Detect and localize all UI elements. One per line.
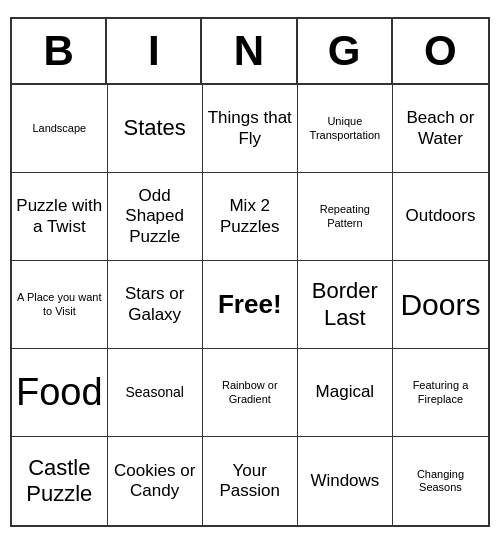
cell-text-23: Windows [310, 471, 379, 491]
cell-text-3: Unique Transportation [302, 115, 388, 141]
bingo-grid: LandscapeStatesThings that FlyUnique Tra… [12, 85, 488, 525]
bingo-cell-24: Changing Seasons [393, 437, 488, 525]
bingo-cell-17: Rainbow or Gradient [203, 349, 298, 437]
cell-text-0: Landscape [32, 122, 86, 135]
cell-text-22: Your Passion [207, 461, 293, 502]
cell-text-15: Food [16, 370, 103, 416]
header-letter-o: O [393, 19, 488, 83]
header-letter-i: I [107, 19, 202, 83]
bingo-cell-11: Stars or Galaxy [108, 261, 203, 349]
cell-text-16: Seasonal [125, 384, 183, 401]
cell-text-5: Puzzle with a Twist [16, 196, 103, 237]
cell-text-9: Outdoors [405, 206, 475, 226]
bingo-card: BINGO LandscapeStatesThings that FlyUniq… [10, 17, 490, 527]
cell-text-1: States [123, 115, 185, 141]
cell-text-12: Free! [218, 289, 282, 320]
bingo-cell-8: Repeating Pattern [298, 173, 393, 261]
bingo-header: BINGO [12, 19, 488, 85]
cell-text-10: A Place you want to Visit [16, 291, 103, 317]
cell-text-14: Doors [400, 287, 480, 323]
cell-text-4: Beach or Water [397, 108, 484, 149]
bingo-cell-10: A Place you want to Visit [12, 261, 108, 349]
bingo-cell-1: States [108, 85, 203, 173]
bingo-cell-23: Windows [298, 437, 393, 525]
cell-text-13: Border Last [302, 278, 388, 331]
bingo-cell-20: Castle Puzzle [12, 437, 108, 525]
bingo-cell-16: Seasonal [108, 349, 203, 437]
header-letter-n: N [202, 19, 297, 83]
bingo-cell-19: Featuring a Fireplace [393, 349, 488, 437]
bingo-cell-3: Unique Transportation [298, 85, 393, 173]
cell-text-19: Featuring a Fireplace [397, 379, 484, 405]
bingo-cell-14: Doors [393, 261, 488, 349]
bingo-cell-22: Your Passion [203, 437, 298, 525]
bingo-cell-21: Cookies or Candy [108, 437, 203, 525]
cell-text-17: Rainbow or Gradient [207, 379, 293, 405]
cell-text-18: Magical [316, 382, 375, 402]
cell-text-2: Things that Fly [207, 108, 293, 149]
bingo-cell-18: Magical [298, 349, 393, 437]
cell-text-8: Repeating Pattern [302, 203, 388, 229]
bingo-cell-6: Odd Shaped Puzzle [108, 173, 203, 261]
bingo-cell-5: Puzzle with a Twist [12, 173, 108, 261]
header-letter-b: B [12, 19, 107, 83]
cell-text-6: Odd Shaped Puzzle [112, 186, 198, 247]
bingo-cell-15: Food [12, 349, 108, 437]
cell-text-20: Castle Puzzle [16, 455, 103, 508]
bingo-cell-4: Beach or Water [393, 85, 488, 173]
cell-text-24: Changing Seasons [397, 468, 484, 494]
cell-text-7: Mix 2 Puzzles [207, 196, 293, 237]
bingo-cell-12: Free! [203, 261, 298, 349]
header-letter-g: G [298, 19, 393, 83]
bingo-cell-7: Mix 2 Puzzles [203, 173, 298, 261]
bingo-cell-13: Border Last [298, 261, 393, 349]
bingo-cell-2: Things that Fly [203, 85, 298, 173]
cell-text-21: Cookies or Candy [112, 461, 198, 502]
bingo-cell-9: Outdoors [393, 173, 488, 261]
bingo-cell-0: Landscape [12, 85, 108, 173]
cell-text-11: Stars or Galaxy [112, 284, 198, 325]
